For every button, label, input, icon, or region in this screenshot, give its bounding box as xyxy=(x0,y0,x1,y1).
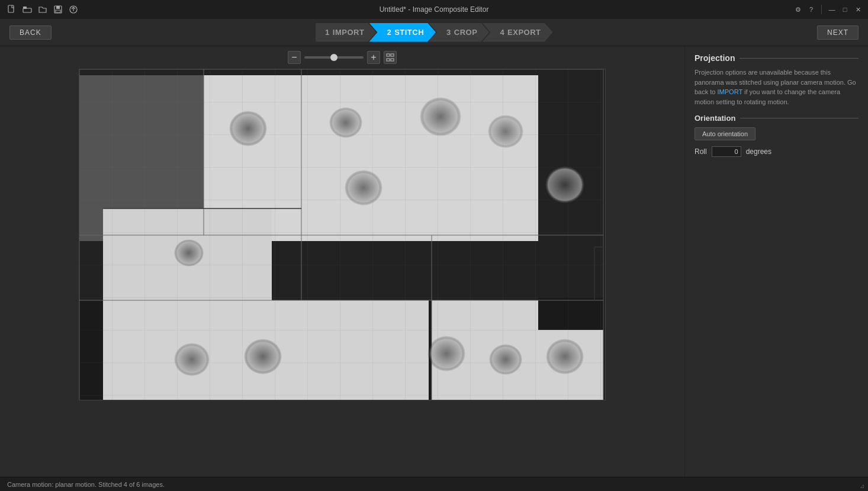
svg-rect-8 xyxy=(387,54,390,56)
step-crop[interactable]: 3 CROP xyxy=(429,23,489,42)
svg-point-48 xyxy=(546,339,584,374)
step-crop-num: 3 xyxy=(446,28,451,37)
close-button[interactable]: ✕ xyxy=(853,4,863,15)
svg-rect-11 xyxy=(391,59,394,61)
open-project-icon[interactable] xyxy=(20,2,34,17)
step-crop-label: CROP xyxy=(454,28,478,37)
step-export-num: 4 xyxy=(500,28,504,37)
roll-input[interactable] xyxy=(712,146,741,157)
roll-label: Roll xyxy=(695,147,707,156)
step-import[interactable]: 1 IMPORT xyxy=(316,23,376,42)
resize-grip[interactable]: ⊿ xyxy=(860,483,867,490)
auto-orientation-button[interactable]: Auto orientation xyxy=(695,127,756,140)
projection-title: Projection xyxy=(695,53,859,63)
zoom-out-button[interactable]: − xyxy=(288,51,301,64)
status-text: Camera motion: planar motion. Stitched 4… xyxy=(7,481,165,488)
step-stitch-num: 2 xyxy=(387,28,391,37)
orientation-title: Orientation xyxy=(695,114,859,123)
navbar: BACK 1 IMPORT 2 STITCH 3 CROP 4 EXPORT N… xyxy=(0,19,868,46)
degrees-label: degrees xyxy=(746,147,771,156)
svg-point-46 xyxy=(427,336,465,371)
svg-rect-4 xyxy=(56,6,60,9)
main-area: − + xyxy=(0,46,868,477)
svg-rect-2 xyxy=(23,8,31,12)
statusbar: Camera motion: planar motion. Stitched 4… xyxy=(0,477,868,491)
zoom-in-button[interactable]: + xyxy=(367,51,380,64)
new-icon[interactable] xyxy=(5,2,19,17)
right-panel: Projection Projection options are unavai… xyxy=(684,46,868,477)
svg-point-35 xyxy=(229,111,267,146)
svg-point-40 xyxy=(544,165,586,204)
publish-icon[interactable] xyxy=(66,2,81,17)
help-button[interactable]: ? xyxy=(806,4,816,15)
svg-point-38 xyxy=(488,115,523,148)
roll-row: Roll degrees xyxy=(695,146,859,157)
svg-point-39 xyxy=(345,170,382,206)
svg-point-36 xyxy=(329,107,362,138)
svg-point-43 xyxy=(244,339,282,374)
svg-rect-5 xyxy=(56,10,60,12)
projection-description: Projection options are unavailable becau… xyxy=(695,68,859,107)
step-export-label: EXPORT xyxy=(507,28,541,37)
zoom-slider[interactable] xyxy=(304,56,364,59)
svg-point-41 xyxy=(174,239,204,267)
workflow-steps: 1 IMPORT 2 STITCH 3 CROP 4 EXPORT xyxy=(316,23,552,42)
step-import-num: 1 xyxy=(325,28,330,37)
composite-canvas[interactable] xyxy=(79,69,606,400)
minimize-button[interactable]: — xyxy=(827,4,837,15)
window-title: Untitled* - Image Composite Editor xyxy=(380,5,489,14)
svg-rect-9 xyxy=(391,54,394,56)
svg-rect-0 xyxy=(8,5,14,12)
svg-point-42 xyxy=(174,343,210,376)
import-link[interactable]: IMPORT xyxy=(718,88,742,95)
titlebar-toolbar xyxy=(5,2,81,17)
save-icon[interactable] xyxy=(51,2,65,17)
back-button[interactable]: BACK xyxy=(9,25,52,40)
svg-rect-10 xyxy=(387,59,390,61)
zoom-controls: − + xyxy=(288,51,397,64)
settings-button[interactable]: ⚙ xyxy=(793,4,803,15)
open-icon[interactable] xyxy=(36,2,50,17)
svg-point-37 xyxy=(420,97,461,136)
composite-svg xyxy=(79,69,605,400)
zoom-slider-thumb xyxy=(330,54,337,61)
svg-point-47 xyxy=(489,344,522,375)
canvas-area: − + xyxy=(0,46,684,477)
step-stitch-label: STITCH xyxy=(394,28,424,37)
step-stitch[interactable]: 2 STITCH xyxy=(369,23,436,42)
step-export[interactable]: 4 EXPORT xyxy=(482,23,552,42)
fit-to-window-button[interactable] xyxy=(384,51,397,64)
titlebar: Untitled* - Image Composite Editor ⚙ ? —… xyxy=(0,0,868,19)
step-import-label: IMPORT xyxy=(333,28,365,37)
maximize-button[interactable]: □ xyxy=(840,4,850,15)
next-button[interactable]: NEXT xyxy=(817,25,859,40)
